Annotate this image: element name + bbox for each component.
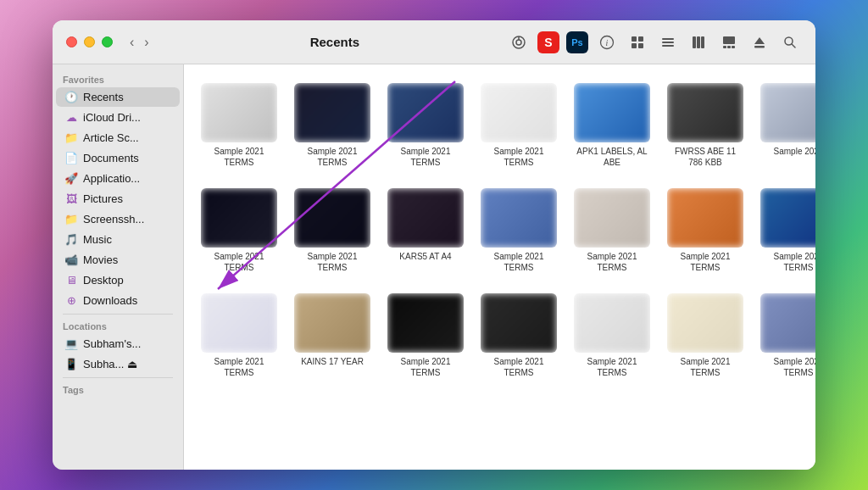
file-name: Sample 2021 TERMS	[294, 251, 370, 273]
spotlight-icon[interactable]: S	[537, 31, 559, 53]
file-item[interactable]: Sample 2021 TERMS	[384, 78, 467, 173]
desktop-icon: 🖥	[64, 274, 78, 287]
sidebar-item-desktop[interactable]: 🖥 Desktop	[56, 270, 180, 290]
list-view-icon[interactable]	[656, 31, 680, 54]
window-title: Recents	[163, 35, 507, 49]
grid-view-icon[interactable]	[626, 31, 649, 54]
sidebar-item-movies-label: Movies	[83, 253, 118, 266]
file-name: Sample 2021 TERMS	[667, 251, 743, 273]
file-item[interactable]: Sample 2021 TERMS	[198, 183, 281, 278]
pictures-icon: 🖼	[64, 192, 78, 205]
traffic-lights	[66, 36, 113, 47]
file-item[interactable]: Sample 2021 TERMS	[664, 183, 747, 278]
sidebar-item-mac[interactable]: 💻 Subham's...	[56, 334, 180, 354]
file-item[interactable]: Sample 2021 TERMS	[477, 183, 560, 278]
file-name: Sample 2021 TERMS	[760, 356, 815, 378]
file-name: Sample 2021	[774, 146, 815, 157]
file-item[interactable]: Sample 2021 TERMS	[570, 183, 654, 278]
sidebar-divider-2	[63, 377, 173, 378]
info-icon[interactable]: i	[595, 31, 619, 54]
file-item[interactable]: APK1 LABELS, AL ABE	[570, 78, 654, 173]
sidebar-item-device[interactable]: 📱 Subha... ⏏	[56, 354, 180, 374]
file-item[interactable]: Sample 2021 TERMS	[570, 288, 654, 383]
close-button[interactable]	[66, 36, 77, 47]
sidebar-item-documents[interactable]: 📄 Documents	[56, 148, 180, 168]
file-item[interactable]: FWRSS ABE 11 786 KBB	[664, 78, 747, 173]
finder-window: ‹ › Recents S Ps i	[53, 20, 815, 470]
screenshots-icon: 📁	[64, 213, 78, 226]
column-view-icon[interactable]	[687, 31, 710, 54]
file-item[interactable]: Sample 2021 TERMS	[757, 288, 815, 383]
file-name: Sample 2021 TERMS	[481, 251, 557, 273]
sidebar-item-applications[interactable]: 🚀 Applicatio...	[56, 169, 180, 188]
toolbar-icons: S Ps i	[507, 31, 802, 54]
documents-icon: 📄	[64, 152, 78, 164]
file-item[interactable]: Sample 2021 TERMS	[757, 183, 815, 278]
file-item[interactable]: KAINS 17 YEAR	[291, 288, 374, 383]
minimize-button[interactable]	[84, 36, 95, 47]
locations-label: Locations	[53, 318, 183, 333]
airdrop-icon[interactable]	[507, 31, 531, 54]
file-name: Sample 2021 TERMS	[387, 356, 464, 378]
sidebar-item-applications-label: Applicatio...	[83, 172, 140, 185]
file-item[interactable]: Sample 2021 TERMS	[664, 288, 747, 383]
file-name: APK1 LABELS, AL ABE	[574, 146, 650, 168]
favorites-label: Favorites	[53, 71, 183, 86]
sidebar-item-screenshots-label: Screenssh...	[83, 213, 144, 226]
recents-icon: 🕐	[64, 91, 78, 103]
music-icon: 🎵	[64, 233, 78, 246]
sidebar-item-music[interactable]: 🎵 Music	[56, 230, 180, 249]
svg-point-1	[516, 40, 521, 45]
main-content: Favorites 🕐 Recents ☁ iCloud Dri... 📁 Ar…	[53, 64, 815, 470]
svg-text:i: i	[606, 38, 609, 47]
sidebar-item-music-label: Music	[83, 233, 112, 246]
sidebar-item-documents-label: Documents	[83, 152, 139, 164]
svg-rect-11	[662, 45, 674, 47]
photoshop-icon[interactable]: Ps	[566, 31, 588, 53]
file-name: Sample 2021 TERMS	[201, 356, 277, 378]
icloud-icon: ☁	[64, 111, 78, 124]
search-icon[interactable]	[778, 31, 802, 54]
file-name: Sample 2021 TERMS	[201, 146, 277, 168]
svg-rect-6	[638, 36, 643, 42]
file-item[interactable]: Sample 2021 TERMS	[291, 78, 374, 173]
sidebar-item-movies[interactable]: 📹 Movies	[56, 250, 180, 270]
sidebar-item-desktop-label: Desktop	[83, 274, 124, 287]
eject-icon[interactable]	[748, 31, 771, 54]
file-item[interactable]: KARS5 AT A4	[384, 183, 467, 278]
sidebar: Favorites 🕐 Recents ☁ iCloud Dri... 📁 Ar…	[53, 64, 184, 470]
file-item[interactable]: Sample 2021 TERMS	[198, 78, 281, 173]
sidebar-item-pictures[interactable]: 🖼 Pictures	[56, 189, 180, 209]
file-item[interactable]: Sample 2021 TERMS	[477, 78, 560, 173]
file-item[interactable]: Sample 2021 TERMS	[477, 288, 560, 383]
svg-rect-7	[632, 43, 637, 48]
svg-rect-14	[701, 36, 704, 48]
downloads-icon: ⊕	[64, 294, 78, 307]
file-name: Sample 2021 TERMS	[574, 251, 650, 273]
file-name: Sample 2021 TERMS	[481, 356, 557, 378]
sidebar-item-screenshots[interactable]: 📁 Screenssh...	[56, 209, 180, 229]
movies-icon: 📹	[64, 253, 78, 266]
gallery-view-icon[interactable]	[717, 31, 741, 54]
file-name: Sample 2021 TERMS	[667, 356, 743, 378]
sidebar-item-pictures-label: Pictures	[83, 192, 123, 205]
sidebar-item-icloud[interactable]: ☁ iCloud Dri...	[56, 108, 180, 127]
file-item[interactable]: Sample 2021 TERMS	[384, 288, 467, 383]
svg-rect-18	[732, 46, 735, 48]
file-name: Sample 2021 TERMS	[760, 251, 815, 273]
svg-rect-13	[697, 36, 700, 48]
sidebar-item-article[interactable]: 📁 Article Sc...	[56, 128, 180, 148]
file-item[interactable]: Sample 2021 TERMS	[291, 183, 374, 278]
file-name: Sample 2021 TERMS	[294, 146, 370, 168]
forward-button[interactable]: ›	[141, 33, 152, 52]
fullscreen-button[interactable]	[102, 36, 113, 47]
file-name: KARS5 AT A4	[399, 251, 451, 262]
sidebar-item-recents[interactable]: 🕐 Recents	[56, 87, 180, 107]
sidebar-item-downloads[interactable]: ⊕ Downloads	[56, 291, 180, 310]
file-grid: Sample 2021 TERMS Sample 2021 TERMS Samp…	[198, 78, 802, 383]
file-item[interactable]: Sample 2021 TERMS	[198, 288, 281, 383]
file-item[interactable]: Sample 2021	[757, 78, 815, 173]
sidebar-item-recents-label: Recents	[83, 91, 124, 103]
device-icon: 📱	[64, 358, 78, 370]
back-button[interactable]: ‹	[126, 33, 137, 52]
